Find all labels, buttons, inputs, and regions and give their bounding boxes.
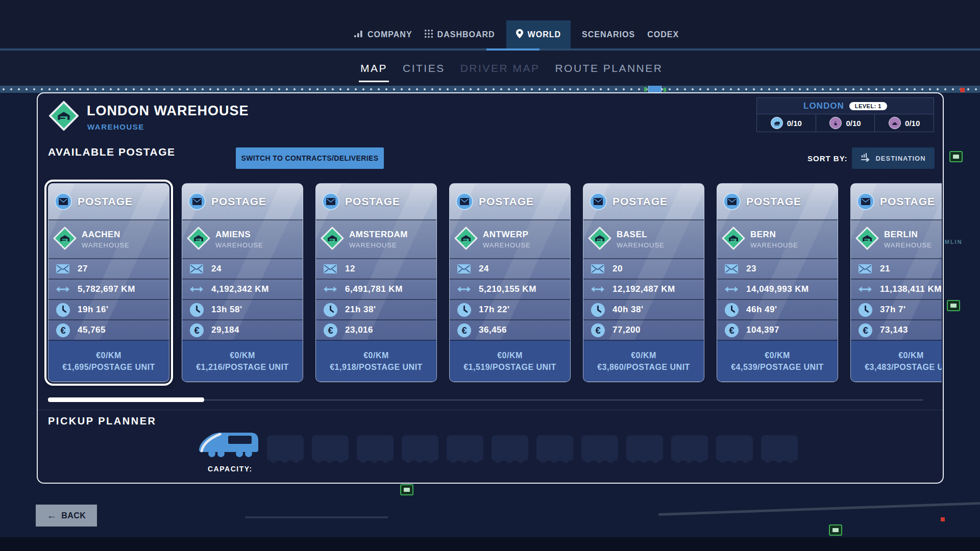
rate-per-unit: €1,918/POSTAGE UNIT bbox=[330, 363, 423, 372]
map-station-icon bbox=[400, 484, 413, 495]
tab-label: MAP bbox=[360, 62, 387, 74]
postage-card[interactable]: POSTAGE BASEL WAREHOUSE 20 12,192,487 KM bbox=[583, 183, 704, 382]
destination-city: ANTWERP bbox=[483, 230, 531, 240]
tab-label: DRIVER MAP bbox=[460, 62, 540, 74]
payout-row: € 73,143 bbox=[851, 319, 942, 340]
warehouse-panel: LONDON WAREHOUSE WAREHOUSE LONDON LEVEL:… bbox=[37, 92, 944, 484]
rate-footer: €0/KM €1,216/POSTAGE UNIT bbox=[182, 340, 303, 382]
map-depot-icon bbox=[648, 85, 662, 93]
city-stat-trains[interactable]: 0/10 bbox=[757, 114, 816, 132]
duration-value: 46h 49' bbox=[746, 305, 777, 315]
distance-arrows-icon bbox=[590, 285, 606, 293]
payout-value: 104,397 bbox=[746, 325, 779, 335]
tab-driver-map[interactable]: DRIVER MAP bbox=[460, 51, 540, 86]
wagon-slot[interactable] bbox=[581, 435, 618, 461]
rate-per-unit: €1,519/POSTAGE UNIT bbox=[463, 363, 556, 372]
wagon-slot[interactable] bbox=[492, 435, 528, 461]
wagon-slot[interactable] bbox=[716, 435, 753, 461]
nav-item-world[interactable]: WORLD bbox=[506, 20, 571, 48]
destination-row: AMIENS WAREHOUSE bbox=[182, 219, 303, 258]
postage-card[interactable]: POSTAGE AMSTERDAM WAREHOUSE 12 6,491,781… bbox=[315, 183, 437, 382]
postage-card[interactable]: POSTAGE AACHEN WAREHOUSE 27 5,782,697 KM bbox=[48, 183, 169, 382]
map-dotted-band bbox=[0, 86, 980, 93]
warehouse-icon bbox=[855, 226, 879, 253]
postage-card[interactable]: POSTAGE BERLIN WAREHOUSE 21 11,138,411 K… bbox=[850, 183, 942, 382]
destination-kind: WAREHOUSE bbox=[617, 241, 665, 249]
postage-count-value: 21 bbox=[880, 264, 890, 274]
postage-card-type: POSTAGE bbox=[746, 195, 801, 208]
postage-envelope-icon bbox=[322, 193, 339, 210]
tab-label: ROUTE PLANNER bbox=[555, 62, 663, 74]
sub-nav-bar: MAP CITIES DRIVER MAP ROUTE PLANNER bbox=[0, 51, 980, 86]
duration-value: 13h 58' bbox=[211, 305, 242, 315]
map-tree-icon bbox=[664, 88, 666, 92]
nav-item-codex[interactable]: CODEX bbox=[646, 20, 680, 48]
city-stat-fuel[interactable]: 0/10 bbox=[816, 114, 875, 132]
tab-map[interactable]: MAP bbox=[360, 51, 387, 86]
rate-per-km: €0/KM bbox=[631, 351, 656, 360]
wagon-slot[interactable] bbox=[536, 435, 573, 461]
duration-value: 40h 38' bbox=[612, 305, 643, 315]
distance-row: 5,782,697 KM bbox=[48, 279, 169, 299]
nav-item-dashboard[interactable]: DASHBOARD bbox=[424, 20, 496, 48]
postage-card[interactable]: POSTAGE ANTWERP WAREHOUSE 24 5,210,155 K… bbox=[449, 183, 571, 382]
distance-value: 5,210,155 KM bbox=[479, 284, 536, 294]
postage-count-value: 23 bbox=[746, 264, 756, 274]
rate-footer: €0/KM €4,539/POSTAGE UNIT bbox=[717, 340, 838, 382]
nav-item-scenarios[interactable]: SCENARIOS bbox=[581, 20, 636, 48]
mail-icon bbox=[322, 264, 338, 273]
nav-label: COMPANY bbox=[368, 30, 412, 39]
postage-card-header: POSTAGE bbox=[851, 184, 942, 219]
svg-text:€: € bbox=[60, 324, 65, 335]
back-label: BACK bbox=[61, 511, 86, 520]
warehouse-icon bbox=[454, 226, 478, 253]
mail-icon bbox=[590, 264, 606, 273]
locomotive-icon bbox=[197, 427, 261, 461]
distance-arrows-icon bbox=[723, 285, 740, 293]
wagon-slot[interactable] bbox=[312, 435, 349, 461]
tab-cities[interactable]: CITIES bbox=[403, 51, 445, 86]
distance-arrows-icon bbox=[322, 285, 338, 293]
tab-route-planner[interactable]: ROUTE PLANNER bbox=[555, 51, 663, 86]
wagon-slot[interactable] bbox=[267, 435, 304, 461]
duration-value: 19h 16' bbox=[78, 305, 108, 315]
switch-contracts-button[interactable]: SWITCH TO CONTRACTS/DELIVERIES bbox=[236, 147, 384, 169]
postage-card[interactable]: POSTAGE BERN WAREHOUSE 23 14,049,993 KM bbox=[717, 183, 838, 382]
destination-kind: WAREHOUSE bbox=[750, 241, 798, 249]
postage-card-type: POSTAGE bbox=[479, 195, 534, 208]
wagon-slot[interactable] bbox=[357, 435, 394, 461]
wagon-slot[interactable] bbox=[402, 435, 438, 461]
postage-envelope-icon bbox=[55, 193, 72, 210]
rate-per-km: €0/KM bbox=[497, 351, 523, 360]
payout-row: € 104,397 bbox=[717, 319, 838, 340]
postage-card-header: POSTAGE bbox=[48, 184, 169, 219]
distance-row: 11,138,411 KM bbox=[851, 279, 942, 299]
cards-scrollbar-thumb[interactable] bbox=[48, 397, 204, 402]
map-marker-red bbox=[941, 517, 945, 521]
postage-envelope-icon bbox=[188, 193, 206, 210]
mail-icon bbox=[857, 264, 873, 273]
sort-destination-button[interactable]: DESTINATION bbox=[852, 147, 935, 169]
euro-icon: € bbox=[55, 323, 71, 338]
svg-text:€: € bbox=[328, 324, 333, 335]
back-arrow-icon: ← bbox=[47, 510, 57, 521]
back-button[interactable]: ← BACK bbox=[36, 505, 97, 527]
postage-card[interactable]: POSTAGE AMIENS WAREHOUSE 24 4,192,342 KM bbox=[182, 183, 303, 382]
nav-item-company[interactable]: COMPANY bbox=[353, 20, 413, 48]
wagon-slot[interactable] bbox=[671, 435, 708, 461]
duration-row: 37h 7' bbox=[851, 299, 942, 319]
city-stat-staff[interactable]: 0/10 bbox=[874, 114, 934, 132]
destination-city: AMIENS bbox=[215, 230, 263, 240]
map-marker-red bbox=[960, 88, 965, 92]
wagon-slot[interactable] bbox=[761, 435, 798, 461]
euro-icon: € bbox=[456, 323, 472, 338]
rate-per-unit: €1,216/POSTAGE UNIT bbox=[196, 363, 289, 372]
duration-value: 17h 22' bbox=[479, 305, 509, 315]
euro-icon: € bbox=[322, 323, 338, 338]
wagon-slot[interactable] bbox=[447, 435, 483, 461]
stat-value: 0/10 bbox=[846, 119, 861, 128]
rate-footer: €0/KM €3,860/POSTAGE UNIT bbox=[583, 340, 704, 382]
postage-card-header: POSTAGE bbox=[450, 184, 570, 219]
sort-icon bbox=[861, 153, 871, 163]
wagon-slot[interactable] bbox=[626, 435, 663, 461]
